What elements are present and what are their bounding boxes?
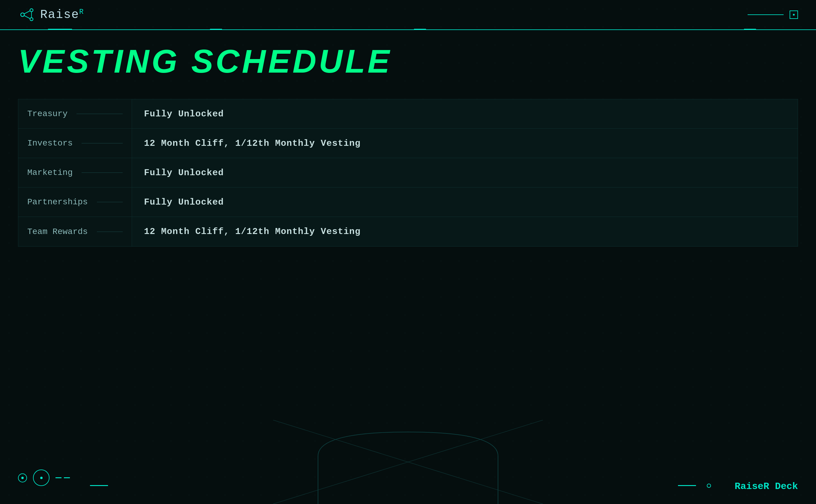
- bottom-line-segment2: [678, 485, 696, 486]
- value-text: 12 Month Cliff, 1/12th Monthly Vesting: [144, 227, 361, 237]
- header-deco-mid2: [414, 29, 426, 30]
- label-text: Partnerships: [27, 197, 88, 207]
- arch-container: [273, 420, 543, 504]
- table-row: Fully Unlocked: [132, 158, 798, 187]
- logo-superscript: R: [79, 8, 84, 16]
- header-line-segment: [748, 14, 784, 15]
- label-text: Team Rewards: [27, 227, 88, 236]
- header-decoration-right: [748, 11, 798, 19]
- table-row: 12 Month Cliff, 1/12th Monthly Vesting: [132, 129, 798, 158]
- circle-dot-2: [40, 477, 43, 479]
- vesting-table: TreasuryInvestorsMarketingPartnershipsTe…: [18, 99, 798, 247]
- header-box: [790, 11, 798, 19]
- value-text: Fully Unlocked: [144, 197, 224, 207]
- bottom-line-segment1: [90, 485, 108, 486]
- logo: RaiseR: [18, 6, 84, 24]
- page-title: VESTING SCHEDULE: [18, 42, 392, 80]
- bottom-left-circles: [18, 469, 70, 486]
- circle-small-1: [18, 473, 27, 482]
- label-line: [97, 232, 123, 232]
- svg-point-0: [21, 13, 24, 17]
- value-text: Fully Unlocked: [144, 109, 224, 119]
- table-row: Treasury: [18, 99, 132, 129]
- label-line: [97, 202, 123, 202]
- table-row: Investors: [18, 129, 132, 158]
- label-text: Investors: [27, 139, 73, 148]
- logo-icon: [18, 6, 36, 24]
- svg-line-4: [24, 16, 30, 19]
- footer-brand-label: RaiseR Deck: [735, 481, 798, 492]
- logo-text: RaiseR: [40, 8, 84, 22]
- header-deco-right-line: [744, 29, 756, 30]
- value-text: Fully Unlocked: [144, 168, 224, 178]
- table-row: Fully Unlocked: [132, 187, 798, 217]
- bottom-line-dot: [707, 484, 711, 488]
- table-labels-column: TreasuryInvestorsMarketingPartnershipsTe…: [18, 99, 132, 247]
- circle-dot-1: [21, 477, 24, 479]
- label-line: [82, 143, 123, 143]
- value-text: 12 Month Cliff, 1/12th Monthly Vesting: [144, 138, 361, 149]
- dash-2: [64, 477, 70, 478]
- dash-1: [55, 477, 61, 478]
- table-row: Team Rewards: [18, 217, 132, 246]
- label-line: [77, 114, 123, 114]
- svg-point-1: [30, 9, 33, 12]
- table-row: Marketing: [18, 158, 132, 187]
- label-text: Marketing: [27, 168, 73, 177]
- table-row: Partnerships: [18, 187, 132, 217]
- circle-dashes: [55, 477, 70, 478]
- header-box-dot: [793, 14, 795, 16]
- header-deco-mid1: [210, 29, 222, 30]
- bottom-decoration: RaiseR Deck: [0, 420, 816, 504]
- label-text: Treasury: [27, 109, 67, 119]
- arch-svg: [273, 420, 543, 504]
- svg-point-2: [30, 18, 33, 21]
- circle-medium: [33, 469, 49, 486]
- svg-line-3: [24, 11, 30, 14]
- table-values-column: Fully Unlocked12 Month Cliff, 1/12th Mon…: [132, 99, 798, 247]
- header: RaiseR: [0, 0, 816, 30]
- table-row: 12 Month Cliff, 1/12th Monthly Vesting: [132, 217, 798, 246]
- table-row: Fully Unlocked: [132, 99, 798, 129]
